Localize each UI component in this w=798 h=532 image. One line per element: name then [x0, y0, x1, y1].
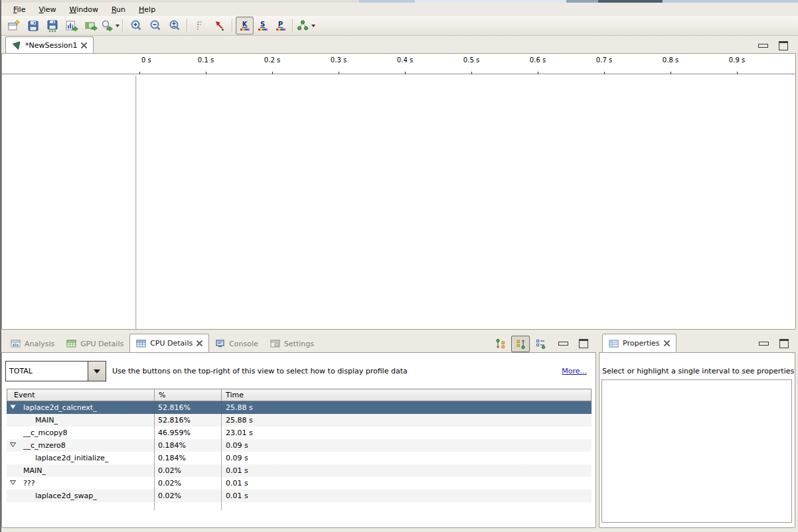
- table-header[interactable]: Event % Time: [7, 389, 592, 401]
- previous-marker-button[interactable]: [191, 17, 210, 34]
- maximize-icon[interactable]: [579, 339, 588, 348]
- tab-properties-close-icon[interactable]: [664, 340, 670, 346]
- reset-marker-button[interactable]: [210, 17, 229, 34]
- column-divider[interactable]: [154, 401, 155, 510]
- table-row[interactable]: laplace2d_initialize_0.184%0.09 s: [7, 452, 592, 464]
- row-names-divider[interactable]: [135, 76, 137, 329]
- expand-triangle-icon[interactable]: [10, 480, 16, 485]
- callers-view-icon: [495, 338, 507, 350]
- marker-dimmed-icon: [194, 19, 207, 33]
- properties-body: Select or highlight a single interval to…: [599, 352, 795, 528]
- table-row[interactable]: MAIN_0.02%0.01 s: [7, 464, 592, 477]
- table-row[interactable]: laplace2d_swap_0.02%0.01 s: [7, 490, 592, 502]
- callees-view-button[interactable]: [511, 336, 530, 352]
- cpu-view-toolbar: [491, 336, 550, 352]
- examine-button[interactable]: [100, 17, 120, 34]
- tab-analysis[interactable]: Analysis: [5, 335, 60, 352]
- tab-gpu-details[interactable]: GPU Details: [60, 335, 129, 352]
- table-row[interactable]: MAIN_52.816%25.88 s: [7, 414, 592, 427]
- expand-triangle-icon[interactable]: [10, 405, 16, 409]
- menu-bar: File View Window Run Help: [1, 3, 798, 16]
- tree-graph-icon: [296, 19, 309, 33]
- analysis-tree-button[interactable]: [296, 17, 315, 34]
- tab-cpu-details[interactable]: CPU Details: [129, 334, 209, 352]
- timeline-ruler[interactable]: 0 s0.1 s0.2 s0.3 s0.4 s0.5 s0.6 s0.7 s0.…: [2, 54, 795, 76]
- callees-view-icon: [515, 338, 526, 350]
- menu-file[interactable]: File: [7, 4, 32, 15]
- ruler-tick-label: 0.9 s: [729, 56, 745, 64]
- properties-tab-icon: [609, 340, 619, 348]
- tab-settings[interactable]: Settings: [264, 335, 320, 352]
- event-time: 25.88 s: [221, 416, 592, 425]
- zoom-fit-icon: [168, 19, 181, 33]
- kernel-toggle-button[interactable]: K: [236, 17, 254, 34]
- new-session-button[interactable]: [4, 17, 23, 34]
- flat-view-button[interactable]: [531, 336, 550, 352]
- tab-properties[interactable]: Properties: [602, 334, 677, 352]
- ruler-tick: [538, 72, 538, 74]
- save-as-icon: [46, 19, 59, 33]
- timeline-canvas[interactable]: 0 s0.1 s0.2 s0.3 s0.4 s0.5 s0.6 s0.7 s0.…: [1, 53, 796, 330]
- profile-application-button[interactable]: [62, 17, 81, 34]
- menu-view[interactable]: View: [32, 4, 62, 15]
- column-header-percent[interactable]: %: [155, 389, 222, 401]
- ruler-tick: [206, 72, 206, 74]
- stream-toggle-button[interactable]: S: [254, 17, 272, 34]
- chevron-down-icon: [94, 369, 100, 373]
- save-button[interactable]: [23, 17, 42, 34]
- event-time: 0.09 s: [221, 454, 592, 462]
- menu-help[interactable]: Help: [132, 4, 162, 15]
- event-time: 0.01 s: [221, 466, 592, 475]
- toolbar-separator: [232, 19, 233, 33]
- ruler-tick-label: 0.4 s: [397, 56, 413, 64]
- save-as-button[interactable]: [42, 17, 62, 34]
- ruler-tick: [671, 72, 671, 74]
- menu-window[interactable]: Window: [63, 4, 105, 15]
- more-link[interactable]: More...: [562, 367, 587, 375]
- zoom-out-button[interactable]: [145, 17, 165, 34]
- settings-tab-icon: [270, 340, 280, 348]
- zoom-in-button[interactable]: [126, 17, 145, 34]
- process-toggle-button[interactable]: P: [272, 17, 289, 34]
- dropdown-arrow-button[interactable]: [88, 362, 106, 381]
- kernel-toggle-label: K: [242, 21, 248, 28]
- zoom-in-icon: [129, 19, 143, 33]
- event-percent: 52.816%: [154, 416, 221, 425]
- tab-console[interactable]: Console: [209, 335, 264, 352]
- maximize-icon[interactable]: [779, 41, 788, 50]
- properties-tabbar: Properties: [599, 334, 795, 352]
- event-percent: 46.959%: [154, 429, 221, 437]
- table-row[interactable]: ???0.02%0.01 s: [7, 477, 592, 490]
- tab-properties-label: Properties: [623, 339, 660, 348]
- profile-chart-icon: [65, 19, 78, 33]
- column-header-time[interactable]: Time: [222, 389, 591, 401]
- zoom-fit-button[interactable]: [165, 17, 184, 34]
- event-percent: 0.02%: [154, 492, 221, 500]
- ruler-tick-label: 0.7 s: [596, 56, 612, 64]
- process-toggle-label: P: [278, 21, 283, 28]
- minimize-icon[interactable]: [759, 342, 769, 346]
- session-tab-close-icon[interactable]: [81, 42, 87, 48]
- profile-scope-dropdown[interactable]: TOTAL: [5, 361, 106, 381]
- column-divider[interactable]: [221, 401, 222, 510]
- show-timeline-button[interactable]: [81, 17, 100, 34]
- ruler-tick: [272, 72, 273, 74]
- table-row[interactable]: __c_mzero80.184%0.09 s: [7, 439, 592, 452]
- maximize-icon[interactable]: [779, 339, 789, 348]
- expand-triangle-icon[interactable]: [10, 442, 16, 447]
- ruler-tick-label: 0.3 s: [331, 56, 347, 64]
- analysis-tree-dropdown-caret[interactable]: [311, 25, 315, 27]
- event-name: laplace2d_swap_: [35, 492, 97, 500]
- menu-run[interactable]: Run: [105, 4, 132, 15]
- ruler-tick-label: 0 s: [141, 56, 151, 64]
- table-row[interactable]: laplace2d_calcnext_52.816%25.88 s: [7, 401, 592, 414]
- examine-dropdown-caret[interactable]: [116, 25, 120, 27]
- table-row[interactable]: __c_mcopy846.959%23.01 s: [7, 427, 592, 439]
- callers-view-button[interactable]: [491, 336, 510, 352]
- minimize-icon[interactable]: [758, 44, 768, 48]
- minimize-icon[interactable]: [558, 342, 568, 346]
- session-tab-label: *NewSession1: [25, 41, 77, 50]
- session-tab[interactable]: *NewSession1: [5, 36, 94, 54]
- tab-cpu-details-close-icon[interactable]: [197, 340, 202, 346]
- column-header-event[interactable]: Event: [7, 389, 155, 401]
